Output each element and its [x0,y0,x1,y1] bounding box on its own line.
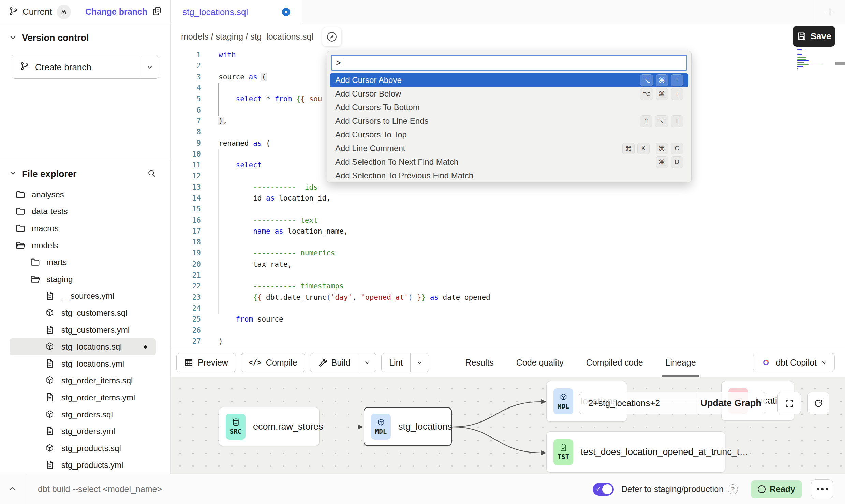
file-tree-item-stg_locations.sql[interactable]: stg_locations.sql [10,338,156,355]
line-number: 22 [171,282,201,290]
file-tree-item-stg_order_items.yml[interactable]: stg_order_items.yml [0,389,170,406]
line-text: with [201,51,236,59]
fullscreen-button[interactable] [777,392,801,414]
code-line-21[interactable]: 21 [171,270,845,281]
chevron-down-icon[interactable] [9,33,17,43]
save-label: Save [811,31,831,42]
update-graph-button[interactable]: Update Graph [696,392,766,414]
palette-item-add-selection-to-previous-find-match[interactable]: Add Selection To Previous Find Match [327,169,691,182]
file-tree-item-stg_orders.yml[interactable]: stg_orders.yml [0,423,170,440]
file-tree-item-macros[interactable]: macros [0,220,170,237]
tab-stg-locations-sql[interactable]: stg_locations.sql [171,0,302,24]
tab-results[interactable]: Results [465,348,493,377]
code-line-19[interactable]: 19 ---------- numerics [171,248,845,258]
build-dropdown[interactable] [358,353,376,372]
code-line-16[interactable]: 16 ---------- text [171,214,845,225]
palette-item-add-cursors-to-bottom[interactable]: Add Cursors To Bottom [327,101,691,114]
code-line-20[interactable]: 20 tax_rate, [171,259,845,270]
code-line-26[interactable]: 26 [171,325,845,336]
line-number: 18 [171,238,201,246]
key-cap: ⌘ [656,143,668,154]
file-tree-item-data-tests[interactable]: data-tests [0,203,170,220]
dbt-copilot-button[interactable]: dbt Copilot [753,353,835,372]
file-tree-item-models[interactable]: models [0,237,170,254]
palette-item-add-cursor-below[interactable]: Add Cursor Below⌥⌘↓ [327,87,691,101]
git-branch-icon [20,62,29,73]
command-palette-input[interactable]: > [331,55,687,71]
palette-item-label: Add Line Comment [335,144,405,153]
file-name: stg_products.sql [61,444,121,453]
save-button[interactable]: Save [793,26,835,47]
scrollbar-thumb[interactable] [835,62,845,65]
version-control-title: Version control [22,33,89,43]
minimap[interactable] [797,48,835,70]
help-icon[interactable]: ? [728,484,738,494]
code-line-25[interactable]: 25 from source [171,314,845,325]
palette-query: > [336,58,341,68]
file-tree-item-stg_orders.sql[interactable]: stg_orders.sql [0,406,170,423]
search-icon[interactable] [147,168,157,179]
copy-icon[interactable] [152,6,162,18]
key-cap: I [671,115,683,127]
file-name: stg_locations.yml [61,359,124,369]
file-tree-item-staging[interactable]: staging [0,271,170,288]
file-tree-item-stg_products.sql[interactable]: stg_products.sql [0,440,170,457]
navigate-button[interactable] [322,27,341,46]
lint-button[interactable]: Lint [381,353,429,372]
file-explorer-header: File explorer [0,161,170,179]
unsaved-indicator-dot [282,8,290,16]
chevron-down-icon[interactable] [9,169,17,179]
lineage-node-stg-locations[interactable]: MDL stg_locations [364,407,452,446]
editor-toolbar: Preview </> Compile Build Lint ResultsCo… [171,348,845,377]
breadcrumb: models / staging / stg_locations.sql [181,32,313,42]
code-line-14[interactable]: 14 id as location_id, [171,193,845,204]
create-branch-button[interactable]: Create branch [12,56,159,79]
file-tree-item-marts[interactable]: marts [0,254,170,271]
code-line-15[interactable]: 15 [171,204,845,214]
code-line-17[interactable]: 17 name as location_name, [171,226,845,237]
refresh-button[interactable] [807,392,829,414]
lineage-panel[interactable]: SRC ecom.raw_stores MDL stg_locations MD… [171,377,845,474]
tab-compiled-code[interactable]: Compiled code [586,348,643,377]
palette-item-add-cursors-to-top[interactable]: Add Cursors To Top [327,128,691,142]
palette-item-add-cursors-to-line-ends[interactable]: Add Cursors to Line Ends⇧⌥I [327,114,691,128]
file-tree-item-analyses[interactable]: analyses [0,186,170,203]
tab-lineage[interactable]: Lineage [666,348,696,377]
compile-button[interactable]: </> Compile [241,353,305,372]
file-tree-item-stg_order_items.sql[interactable]: stg_order_items.sql [0,372,170,389]
more-options-button[interactable] [811,479,833,499]
change-branch-link[interactable]: Change branch [85,7,147,17]
tab-code-quality[interactable]: Code quality [516,348,564,377]
palette-item-add-selection-to-next-find-match[interactable]: Add Selection To Next Find Match⌘D [327,155,691,169]
lineage-node-source[interactable]: SRC ecom.raw_stores [219,407,320,446]
code-line-13[interactable]: 13 ---------- ids [171,182,845,193]
modified-dot [144,345,147,349]
line-number: 23 [171,293,201,301]
code-line-18[interactable]: 18 [171,237,845,248]
line-number: 15 [171,205,201,213]
palette-item-add-line-comment[interactable]: Add Line Comment⌘K⌘C [327,142,691,155]
palette-item-add-cursor-above[interactable]: Add Cursor Above⌥⌘↑ [330,73,688,87]
code-line-24[interactable]: 24 [171,303,845,314]
code-line-23[interactable]: 23 {{ dbt.date_trunc('day', 'opened_at')… [171,292,845,303]
command-input[interactable]: dbt build --select <model_name> [38,484,162,494]
code-line-22[interactable]: 22 ---------- timestamps [171,281,845,292]
defer-toggle[interactable]: ✓ [593,483,614,496]
file-tree-item-__sources.yml[interactable]: __sources.yml [0,288,170,305]
line-text: ) [201,337,223,345]
collapse-panel-button[interactable] [8,484,17,494]
code-line-27[interactable]: 27) [171,336,845,347]
file-tree-item-stg_products.yml[interactable]: stg_products.yml [0,457,170,474]
file-tree-item-stg_locations.yml[interactable]: stg_locations.yml [0,355,170,372]
lint-dropdown[interactable] [410,353,429,372]
preview-label: Preview [198,358,228,368]
build-button[interactable]: Build [310,353,377,372]
lineage-selector-input[interactable]: 2+stg_locations+2 [579,392,696,414]
create-branch-dropdown[interactable] [140,56,159,78]
lineage-node-test[interactable]: TST test_does_location_opened_at_trunc_t… [546,431,725,473]
file-tree-item-stg_customers.sql[interactable]: stg_customers.sql [0,305,170,322]
line-number: 27 [171,337,201,345]
file-tree-item-stg_customers.yml[interactable]: stg_customers.yml [0,322,170,339]
new-tab-button[interactable] [815,0,845,24]
preview-button[interactable]: Preview [176,353,236,372]
